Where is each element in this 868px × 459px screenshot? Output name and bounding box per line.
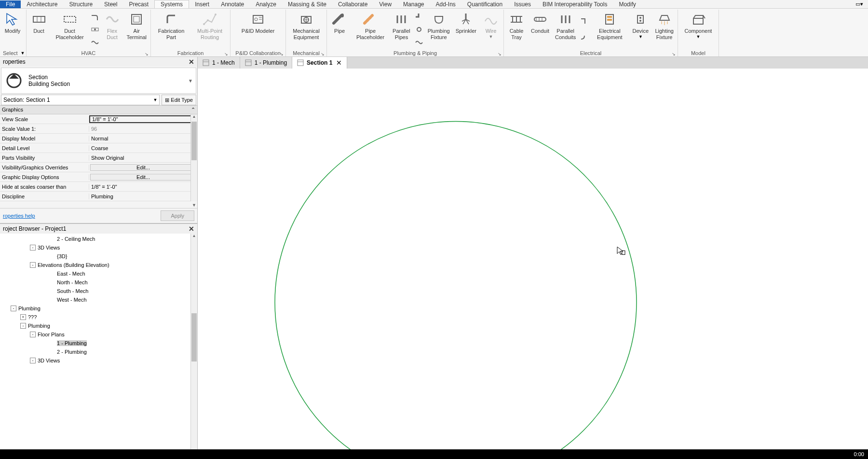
pid-modeler-button[interactable]: P&ID Modeler bbox=[231, 10, 285, 50]
plumbing-fixture-button[interactable]: Plumbing Fixture bbox=[425, 10, 453, 50]
tree-node[interactable]: -3D Views bbox=[1, 356, 196, 365]
property-row[interactable]: Detail LevelCoarse bbox=[0, 143, 197, 153]
collapse-icon[interactable]: - bbox=[11, 306, 16, 311]
pipe-fitting-button[interactable] bbox=[414, 12, 424, 22]
properties-help-link[interactable]: roperties help bbox=[3, 213, 35, 219]
close-icon[interactable]: ✕ bbox=[189, 58, 194, 66]
tree-node[interactable]: +??? bbox=[1, 313, 196, 321]
property-group-header[interactable]: Graphics ⌃ bbox=[0, 105, 197, 114]
apply-button[interactable]: Apply bbox=[161, 210, 194, 221]
convert-flex-button[interactable] bbox=[90, 38, 100, 47]
sprinkler-button[interactable]: Sprinkler bbox=[453, 10, 479, 50]
duct-accessory-button[interactable] bbox=[90, 25, 100, 34]
property-edit-button[interactable]: Edit... bbox=[90, 174, 196, 181]
tree-node[interactable]: West - Mech bbox=[1, 295, 196, 304]
mechanical-equipment-button[interactable]: Mechanical Equipment bbox=[287, 10, 326, 50]
tab-bim-interop[interactable]: BIM Interoperability Tools bbox=[537, 0, 613, 8]
tree-node[interactable]: East - Mech bbox=[1, 269, 196, 278]
chevron-down-icon[interactable]: ▼ bbox=[192, 203, 196, 208]
fabrication-part-button[interactable]: Fabrication Part bbox=[152, 10, 190, 50]
property-row[interactable]: Parts VisibilityShow Original bbox=[0, 153, 197, 163]
tab-precast[interactable]: Precast bbox=[123, 0, 154, 8]
tree-node[interactable]: -Elevations (Building Elevation) bbox=[1, 261, 196, 269]
dialog-launcher-icon[interactable]: ↘ bbox=[280, 52, 284, 56]
file-tab[interactable]: File bbox=[0, 0, 21, 8]
view-tab[interactable]: 1 - Plumbing bbox=[240, 57, 292, 69]
dialog-launcher-icon[interactable]: ↘ bbox=[672, 52, 676, 56]
tab-issues[interactable]: Issues bbox=[508, 0, 537, 8]
property-row[interactable]: Scale Value 1:96 bbox=[0, 124, 197, 134]
tab-architecture[interactable]: Architecture bbox=[21, 0, 63, 8]
property-value[interactable]: Normal bbox=[89, 136, 197, 141]
parallel-conduits-button[interactable]: Parallel Conduits bbox=[552, 10, 579, 50]
dialog-launcher-icon[interactable]: ↘ bbox=[145, 52, 149, 56]
collapse-icon[interactable]: - bbox=[30, 262, 36, 268]
tab-systems[interactable]: Systems bbox=[154, 0, 189, 8]
scroll-up-icon[interactable]: ▲ bbox=[191, 114, 197, 121]
collapse-icon[interactable]: - bbox=[30, 358, 36, 363]
duct-placeholder-button[interactable]: Duct Placeholder bbox=[51, 10, 89, 50]
collapse-icon[interactable]: ⌃ bbox=[191, 107, 195, 113]
duct-button[interactable]: Duct bbox=[27, 10, 51, 50]
property-value[interactable]: Plumbing bbox=[89, 194, 197, 199]
tab-quantification[interactable]: Quantification bbox=[461, 0, 508, 8]
tree-node[interactable]: North - Mech bbox=[1, 278, 196, 287]
lighting-fixture-button[interactable]: Lighting Fixture bbox=[652, 10, 677, 50]
project-browser-tree[interactable]: 2 - Ceiling Mech-3D Views{3D}-Elevations… bbox=[0, 234, 197, 449]
collapse-icon[interactable]: - bbox=[30, 245, 36, 250]
tree-node[interactable]: 2 - Ceiling Mech bbox=[1, 235, 196, 243]
scroll-thumb[interactable] bbox=[191, 313, 197, 362]
instance-selector[interactable]: Section: Section 1▼ bbox=[1, 95, 160, 105]
close-icon[interactable]: ✕ bbox=[189, 225, 194, 233]
type-selector[interactable]: Section Building Section ▼ bbox=[1, 68, 196, 94]
collapse-icon[interactable]: - bbox=[20, 323, 26, 329]
tree-node[interactable]: South - Mech bbox=[1, 287, 196, 295]
scroll-thumb[interactable] bbox=[191, 122, 197, 160]
tree-node[interactable]: -Floor Plans bbox=[1, 330, 196, 339]
dialog-launcher-icon[interactable]: ↘ bbox=[321, 52, 325, 56]
scrollbar[interactable]: ▲ bbox=[190, 234, 197, 449]
tree-node[interactable]: -Plumbing bbox=[1, 304, 196, 313]
wire-button[interactable]: Wire▼ bbox=[479, 10, 502, 50]
edit-type-button[interactable]: ⊞Edit Type bbox=[162, 95, 196, 105]
device-button[interactable]: Device▼ bbox=[629, 10, 652, 50]
tree-node[interactable]: -3D Views bbox=[1, 243, 196, 252]
air-terminal-button[interactable]: Air Terminal bbox=[124, 10, 150, 50]
property-value[interactable]: Show Original bbox=[89, 155, 197, 161]
property-row[interactable]: DisciplinePlumbing bbox=[0, 192, 197, 201]
property-value[interactable]: 1/8" = 1'-0" bbox=[89, 184, 197, 190]
parallel-pipes-button[interactable]: Parallel Pipes bbox=[390, 10, 413, 50]
dialog-launcher-icon[interactable]: ↘ bbox=[498, 52, 502, 56]
drawing-canvas[interactable] bbox=[198, 69, 868, 449]
tab-annotate[interactable]: Annotate bbox=[215, 0, 250, 8]
tree-node[interactable]: 1 - Plumbing bbox=[1, 339, 196, 348]
property-value[interactable]: Coarse bbox=[89, 145, 197, 151]
modify-button[interactable]: Modify bbox=[1, 10, 24, 50]
close-icon[interactable]: ✕ bbox=[336, 59, 342, 67]
flex-duct-button[interactable]: Flex Duct bbox=[101, 10, 124, 50]
property-value[interactable]: 1/8" = 1'-0" bbox=[89, 115, 197, 123]
cable-tray-button[interactable]: Cable Tray bbox=[505, 10, 528, 50]
pipe-button[interactable]: Pipe bbox=[328, 10, 351, 50]
tab-modify[interactable]: Modify bbox=[613, 0, 641, 8]
pipe-accessory-button[interactable] bbox=[414, 25, 424, 34]
component-button[interactable]: Component▼ bbox=[679, 10, 718, 50]
property-row[interactable]: Visibility/Graphics OverridesEdit... bbox=[0, 163, 197, 172]
tab-view[interactable]: View bbox=[373, 0, 397, 8]
tab-steel[interactable]: Steel bbox=[98, 0, 123, 8]
conduit-button[interactable]: Conduit bbox=[528, 10, 552, 50]
tab-structure[interactable]: Structure bbox=[63, 0, 98, 8]
property-row[interactable]: Graphic Display OptionsEdit... bbox=[0, 172, 197, 182]
scroll-up-icon[interactable]: ▲ bbox=[191, 234, 197, 240]
view-tab[interactable]: Section 1✕ bbox=[292, 57, 347, 69]
scrollbar[interactable]: ▲ bbox=[190, 114, 197, 201]
expand-icon[interactable]: + bbox=[20, 314, 26, 320]
tree-node[interactable]: -Plumbing bbox=[1, 321, 196, 330]
duct-fitting-button[interactable] bbox=[90, 12, 100, 22]
conduit-fitting-button[interactable] bbox=[580, 34, 589, 44]
tab-manage[interactable]: Manage bbox=[397, 0, 430, 8]
tab-massing-site[interactable]: Massing & Site bbox=[282, 0, 332, 8]
property-row[interactable]: Hide at scales coarser than1/8" = 1'-0" bbox=[0, 182, 197, 192]
cable-tray-fitting-button[interactable] bbox=[580, 15, 589, 25]
tree-node[interactable]: 2 - Plumbing bbox=[1, 348, 196, 356]
